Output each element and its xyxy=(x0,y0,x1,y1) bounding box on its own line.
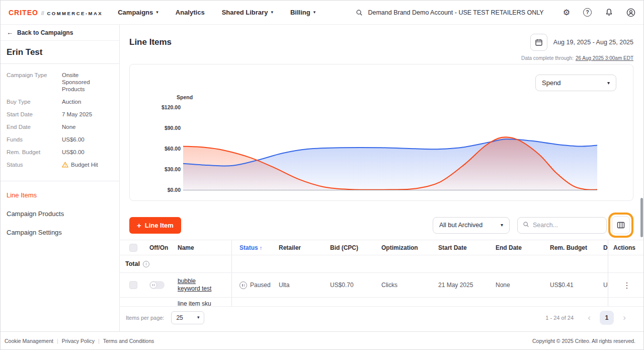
items-per-page-value: 25 xyxy=(176,314,183,321)
calendar-button[interactable] xyxy=(530,34,547,51)
chevron-down-icon: ▾ xyxy=(607,81,610,86)
archive-filter-select[interactable]: All but Archived ▾ xyxy=(433,217,510,234)
column-header-status[interactable]: Status ↑ xyxy=(232,240,279,255)
detail-value: US$6.00 xyxy=(62,136,85,143)
column-header-name[interactable]: Name xyxy=(178,240,232,255)
criteo-logo[interactable]: CRITEO // COMMERCE-MAX xyxy=(9,9,103,17)
optimization-cell: Clicks xyxy=(381,282,438,289)
chevron-down-icon: ▾ xyxy=(501,223,503,228)
detail-funds: Funds US$6.00 xyxy=(7,136,113,143)
prev-page-button[interactable]: ‹ xyxy=(583,311,596,324)
detail-status: Status Budget Hit xyxy=(7,161,113,168)
page-title: Line Items xyxy=(129,37,172,47)
items-per-page-label: Items per page: xyxy=(126,315,164,321)
nav-shared-library-label: Shared Library xyxy=(222,9,268,16)
terms-link[interactable]: Terms and Conditions xyxy=(103,338,154,344)
spend-chart xyxy=(183,108,597,190)
archive-filter-value: All but Archived xyxy=(439,222,482,229)
app-root: CRITEO // COMMERCE-MAX Campaigns ▾ Analy… xyxy=(0,0,644,350)
detail-value: US$0.00 xyxy=(62,149,85,156)
gear-icon[interactable]: ⚙ xyxy=(563,9,570,17)
nav-campaigns-label: Campaigns xyxy=(118,9,153,16)
detail-label: Status xyxy=(7,161,62,168)
detail-value: 7 May 2025 xyxy=(62,111,92,118)
y-tick-label: $0.00 xyxy=(168,187,181,193)
y-tick-label: $120.00 xyxy=(162,104,181,110)
detail-label: Rem. Budget xyxy=(7,149,62,156)
cookie-management-link[interactable]: Cookie Management xyxy=(5,338,53,344)
y-axis-ticks: $120.00$90.00$60.00$30.00$0.00 xyxy=(130,64,181,201)
nav-analytics[interactable]: Analytics xyxy=(176,9,205,16)
line-item-name-link[interactable]: bubble keyword test xyxy=(178,277,218,293)
off-on-toggle[interactable] xyxy=(149,281,165,289)
campaign-details: Campaign Type Onsite Sponsored Products … xyxy=(1,64,119,178)
top-nav-icons: ⚙ ? xyxy=(563,8,635,17)
warning-icon xyxy=(62,162,68,168)
line-item-row: bubble keyword test Paused Ulta US$0.70 … xyxy=(120,273,643,298)
profile-icon[interactable] xyxy=(626,8,635,17)
add-line-item-button[interactable]: + Line Item xyxy=(129,217,181,234)
chart-metric-value: Spend xyxy=(542,79,561,87)
vertical-scrollbar[interactable] xyxy=(640,198,643,237)
detail-label: End Date xyxy=(7,123,62,130)
nav-billing[interactable]: Billing ▾ xyxy=(290,9,315,16)
data-complete-link[interactable]: 26 Aug 2025 3:00am EDT xyxy=(576,55,633,61)
total-row: Total i xyxy=(120,255,643,273)
total-values xyxy=(232,255,608,272)
detail-value: None xyxy=(62,123,76,130)
column-header-end-date[interactable]: End Date xyxy=(496,244,550,251)
data-complete-row: Data complete through: 26 Aug 2025 3:00a… xyxy=(129,55,633,61)
column-header-off-on[interactable]: Off/On xyxy=(149,240,178,255)
sidebar-item-line-items[interactable]: Line Items xyxy=(7,191,113,199)
sort-asc-icon: ↑ xyxy=(260,245,263,251)
detail-value: Auction xyxy=(62,98,81,105)
row-actions-kebab-icon[interactable]: ⋮ xyxy=(623,281,631,290)
line-items-table: Off/On Name Status ↑ Retailer Bid (CPC) … xyxy=(120,240,643,306)
status-cell-text: Paused xyxy=(250,282,271,289)
sidebar-item-campaign-settings[interactable]: Campaign Settings xyxy=(7,229,113,236)
campaign-sidebar: ← Back to Campaigns Erin Test Campaign T… xyxy=(1,25,120,331)
back-label: Back to Campaigns xyxy=(17,29,73,36)
search-icon xyxy=(523,221,529,229)
column-header-start-date[interactable]: Start Date xyxy=(438,244,496,251)
chart-metric-select[interactable]: Spend ▾ xyxy=(535,75,616,91)
column-header-retailer[interactable]: Retailer xyxy=(279,244,330,251)
row-checkbox[interactable] xyxy=(129,281,137,289)
search-input[interactable] xyxy=(533,222,601,229)
footer-links: Cookie Management | Privacy Policy | Ter… xyxy=(5,338,154,344)
privacy-policy-link[interactable]: Privacy Policy xyxy=(62,338,95,344)
line-item-name-link[interactable]: line item sku xyxy=(178,298,218,306)
plus-icon: + xyxy=(137,222,141,229)
nav-campaigns[interactable]: Campaigns ▾ xyxy=(118,9,158,16)
logo-criteo-text: CRITEO xyxy=(9,9,38,17)
bid-cell: US$0.70 xyxy=(330,282,381,289)
y-tick-label: $30.00 xyxy=(165,166,181,172)
status-header-label: Status xyxy=(239,244,258,251)
column-header-optimization[interactable]: Optimization xyxy=(381,244,438,251)
line-item-row-partial: line item sku xyxy=(120,298,643,306)
items-per-page-select[interactable]: 25 ▾ xyxy=(171,311,204,324)
bell-icon[interactable] xyxy=(605,8,613,17)
back-to-campaigns-link[interactable]: ← Back to Campaigns xyxy=(1,25,119,41)
help-icon[interactable]: ? xyxy=(583,8,592,17)
column-header-bid[interactable]: Bid (CPC) xyxy=(330,244,381,251)
nav-shared-library[interactable]: Shared Library ▾ xyxy=(222,9,273,16)
rem-budget-cell: US$0.41 xyxy=(550,282,603,289)
column-header-rem-budget[interactable]: Rem. Budget xyxy=(550,244,603,251)
sidebar-item-campaign-products[interactable]: Campaign Products xyxy=(7,210,113,218)
detail-value: Onsite Sponsored Products xyxy=(62,72,107,93)
select-all-checkbox[interactable] xyxy=(129,244,137,252)
date-range-text[interactable]: Aug 19, 2025 - Aug 25, 2025 xyxy=(553,39,633,46)
column-settings-button[interactable] xyxy=(612,216,630,234)
chevron-down-icon: ▾ xyxy=(156,10,158,15)
page-number-button[interactable]: 1 xyxy=(600,311,614,325)
info-icon[interactable]: i xyxy=(143,261,149,267)
logo-separator: // xyxy=(41,11,44,16)
data-complete-label: Data complete through: xyxy=(521,55,574,61)
next-page-button[interactable]: › xyxy=(618,311,631,324)
campaign-title: Erin Test xyxy=(1,41,119,64)
detail-label: Funds xyxy=(7,136,62,143)
retailer-cell: Ulta xyxy=(279,282,330,289)
nav-billing-label: Billing xyxy=(290,9,310,16)
account-switcher[interactable]: Demand Brand Demo Account - USE TEST RET… xyxy=(356,9,543,16)
